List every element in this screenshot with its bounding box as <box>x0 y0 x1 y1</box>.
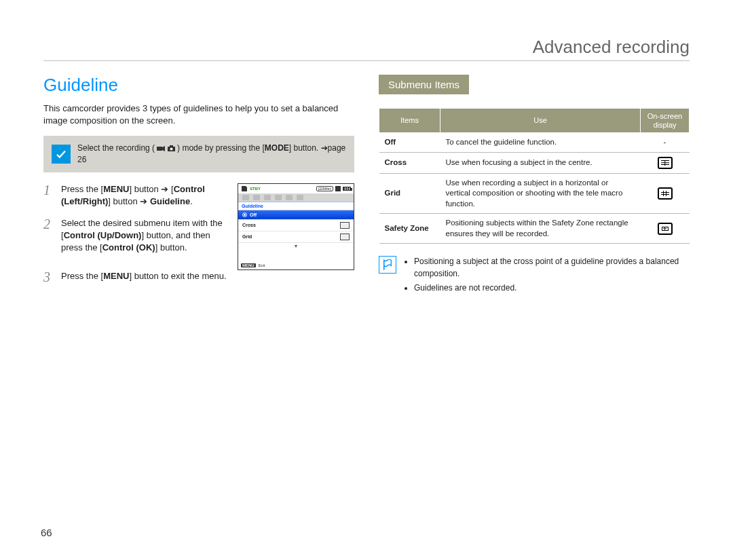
check-icon <box>52 145 71 164</box>
note-icon <box>379 256 396 274</box>
lcd-time: [220Min] <box>316 186 333 191</box>
left-column: Guideline This camcorder provides 3 type… <box>43 75 354 297</box>
lcd-menu: Off Cross Grid ▾ <box>238 210 354 250</box>
svg-marker-1 <box>162 146 165 151</box>
note-list: Positioning a subject at the cross point… <box>403 256 690 297</box>
table-row: Off To cancel the guideline function. - <box>379 133 690 153</box>
lcd-option-grid: Grid <box>238 231 354 243</box>
lcd-screenshot: STBY [220Min] Guideline Off <box>238 183 354 270</box>
page-number: 66 <box>41 527 52 538</box>
svg-point-4 <box>170 148 172 151</box>
table-row: Cross Use when focusing a subject in the… <box>379 152 690 173</box>
manual-page: Advanced recording Guideline This camcor… <box>0 0 733 324</box>
right-column: Submenu Items Items Use On-screen displa… <box>379 75 690 297</box>
th-display: On-screen display <box>641 109 690 133</box>
note-item: Guidelines are not recorded. <box>414 282 690 294</box>
lcd-grid-icon <box>340 234 350 240</box>
step-2: 2 Select the desired submenu item with t… <box>43 217 231 255</box>
th-use: Use <box>440 109 641 133</box>
step-1: 1 Press the [MENU] button ➔ [Control (Le… <box>43 183 231 208</box>
submenu-heading: Submenu Items <box>379 75 469 94</box>
note-item: Positioning a subject at the cross point… <box>414 256 690 280</box>
osd-none: - <box>641 133 690 153</box>
lcd-option-cross: Cross <box>238 220 354 231</box>
chapter-title: Advanced recording <box>43 37 690 61</box>
submenu-table: Items Use On-screen display Off To cance… <box>379 108 690 244</box>
lcd-icon-strip <box>238 193 354 202</box>
intro-text: This camcorder provides 3 types of guide… <box>43 102 354 126</box>
lcd-stby: STBY <box>250 187 261 191</box>
svg-rect-3 <box>170 145 173 147</box>
battery-icon <box>343 187 351 191</box>
th-items: Items <box>379 109 440 133</box>
osd-cross-icon <box>658 157 673 169</box>
svg-rect-0 <box>157 147 162 151</box>
svg-rect-5 <box>335 186 341 191</box>
note-block: Positioning a subject at the cross point… <box>379 256 690 297</box>
mode-callout: Select the recording ( ) mode by pressin… <box>43 136 354 172</box>
card-icon <box>335 186 341 191</box>
lcd-scroll-caret: ▾ <box>238 243 354 250</box>
camera-icon <box>168 145 175 151</box>
osd-grid-icon <box>658 187 673 200</box>
lcd-cross-icon <box>340 222 350 229</box>
osd-safety-icon <box>658 223 673 235</box>
table-row: Safety Zone Positioning subjects within … <box>379 214 690 244</box>
video-icon <box>157 146 165 151</box>
sd-icon <box>241 186 248 191</box>
lcd-exit-label: Exit <box>259 263 265 267</box>
step-3: 3 Press the [MENU] button to exit the me… <box>43 270 354 284</box>
lcd-menu-button: MENU <box>241 263 256 267</box>
lcd-option-off: Off <box>238 210 354 220</box>
table-row: Grid Use when recording a subject in a h… <box>379 173 690 214</box>
callout-text: Select the recording ( ) mode by pressin… <box>77 143 346 166</box>
lcd-tab: Guideline <box>238 202 354 210</box>
section-title: Guideline <box>43 75 354 96</box>
